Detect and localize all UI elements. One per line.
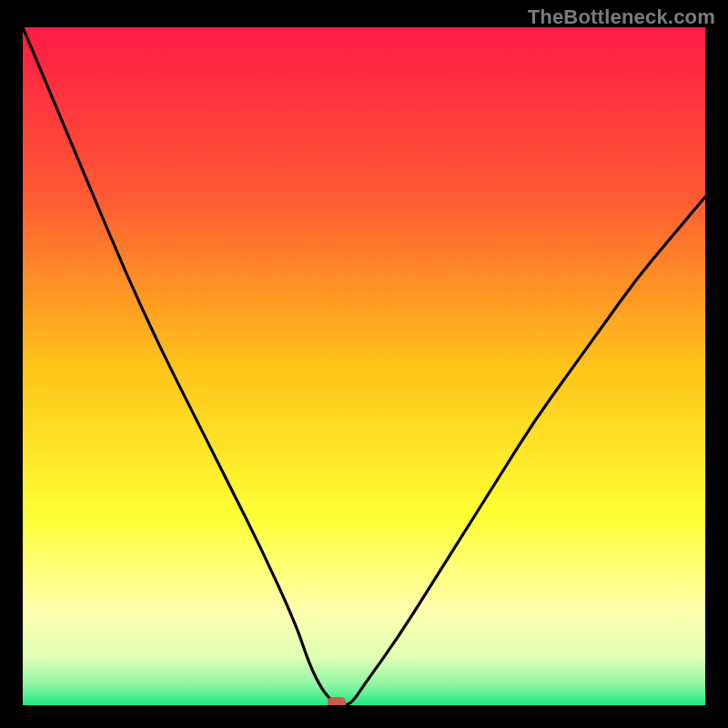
plot-area [23, 27, 705, 705]
plot-svg [23, 27, 705, 705]
gradient-background [23, 27, 705, 705]
optimum-marker [328, 697, 346, 705]
watermark-text: TheBottleneck.com [528, 5, 715, 29]
chart-frame: TheBottleneck.com [0, 0, 728, 728]
